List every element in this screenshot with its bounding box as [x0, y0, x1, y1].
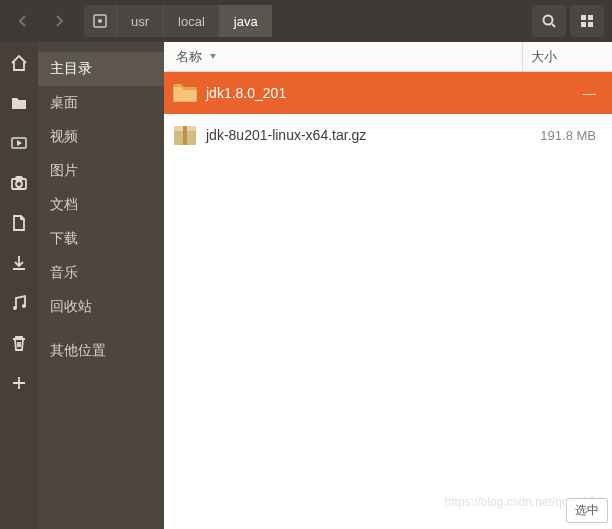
- svg-point-9: [16, 181, 22, 187]
- sidebar-item-downloads[interactable]: 下载: [38, 222, 164, 256]
- list-header: 名称 大小: [164, 42, 612, 72]
- file-name: jdk1.8.0_201: [206, 85, 522, 101]
- sidebar-icon-downloads[interactable]: [8, 252, 30, 274]
- archive-icon: [164, 123, 206, 147]
- camera-icon: [10, 174, 28, 192]
- folder-icon: [164, 82, 206, 104]
- svg-point-11: [13, 306, 17, 310]
- sidebar: 主目录 桌面 视频 图片 文档 下载 音乐 回收站 其他位置: [38, 42, 164, 529]
- search-button[interactable]: [532, 5, 566, 37]
- search-icon: [541, 13, 557, 29]
- svg-point-2: [544, 16, 553, 25]
- sidebar-icon-home[interactable]: [8, 52, 30, 74]
- toolbar: usr local java: [0, 0, 612, 42]
- sidebar-item-videos[interactable]: 视频: [38, 120, 164, 154]
- chevron-right-icon: [52, 14, 66, 28]
- file-name: jdk-8u201-linux-x64.tar.gz: [206, 127, 522, 143]
- sidebar-item-other-locations[interactable]: 其他位置: [38, 334, 164, 368]
- sidebar-icon-videos[interactable]: [8, 132, 30, 154]
- sidebar-icon-other[interactable]: [8, 372, 30, 394]
- svg-rect-15: [183, 126, 187, 145]
- column-name-label: 名称: [176, 48, 202, 66]
- sidebar-icon-trash[interactable]: [8, 332, 30, 354]
- svg-rect-5: [581, 22, 586, 27]
- sidebar-item-home[interactable]: 主目录: [38, 52, 164, 86]
- svg-point-1: [98, 19, 102, 23]
- sidebar-icon-documents[interactable]: [8, 212, 30, 234]
- view-grid-button[interactable]: [570, 5, 604, 37]
- file-list: jdk1.8.0_201 — jdk-8u201-linux-x64.tar.g…: [164, 72, 612, 529]
- status-bar: 选中: [566, 498, 608, 523]
- svg-rect-6: [588, 22, 593, 27]
- breadcrumb-item-local[interactable]: local: [163, 5, 219, 37]
- main-panel: 名称 大小 jdk1.8.0_201 — jdk-8u201-linux-x64…: [164, 42, 612, 529]
- breadcrumb-item-usr[interactable]: usr: [116, 5, 163, 37]
- disk-icon: [92, 13, 108, 29]
- svg-point-12: [22, 304, 26, 308]
- file-size: —: [522, 86, 612, 101]
- file-row-folder[interactable]: jdk1.8.0_201 —: [164, 72, 612, 114]
- download-icon: [10, 254, 28, 272]
- music-icon: [10, 294, 28, 312]
- svg-rect-4: [588, 15, 593, 20]
- sidebar-item-music[interactable]: 音乐: [38, 256, 164, 290]
- sidebar-item-pictures[interactable]: 图片: [38, 154, 164, 188]
- launcher: [0, 42, 38, 529]
- folder-icon: [10, 94, 28, 112]
- nav-forward-button: [42, 5, 76, 37]
- column-header-name[interactable]: 名称: [164, 48, 522, 66]
- document-icon: [10, 214, 28, 232]
- sidebar-icon-music[interactable]: [8, 292, 30, 314]
- nav-back-button: [6, 5, 40, 37]
- chevron-left-icon: [16, 14, 30, 28]
- sidebar-item-desktop[interactable]: 桌面: [38, 86, 164, 120]
- sort-indicator-icon: [208, 49, 218, 64]
- file-row-archive[interactable]: jdk-8u201-linux-x64.tar.gz 191.8 MB: [164, 114, 612, 156]
- grid-icon: [579, 13, 595, 29]
- breadcrumb-root-icon[interactable]: [84, 5, 116, 37]
- breadcrumb: usr local java: [84, 5, 272, 37]
- video-icon: [10, 134, 28, 152]
- breadcrumb-item-java[interactable]: java: [219, 5, 272, 37]
- sidebar-icon-pictures[interactable]: [8, 172, 30, 194]
- plus-icon: [10, 374, 28, 392]
- trash-icon: [10, 334, 28, 352]
- svg-rect-3: [581, 15, 586, 20]
- column-header-size[interactable]: 大小: [522, 42, 612, 71]
- sidebar-item-documents[interactable]: 文档: [38, 188, 164, 222]
- file-size: 191.8 MB: [522, 128, 612, 143]
- sidebar-icon-desktop[interactable]: [8, 92, 30, 114]
- sidebar-item-trash[interactable]: 回收站: [38, 290, 164, 324]
- home-icon: [10, 54, 28, 72]
